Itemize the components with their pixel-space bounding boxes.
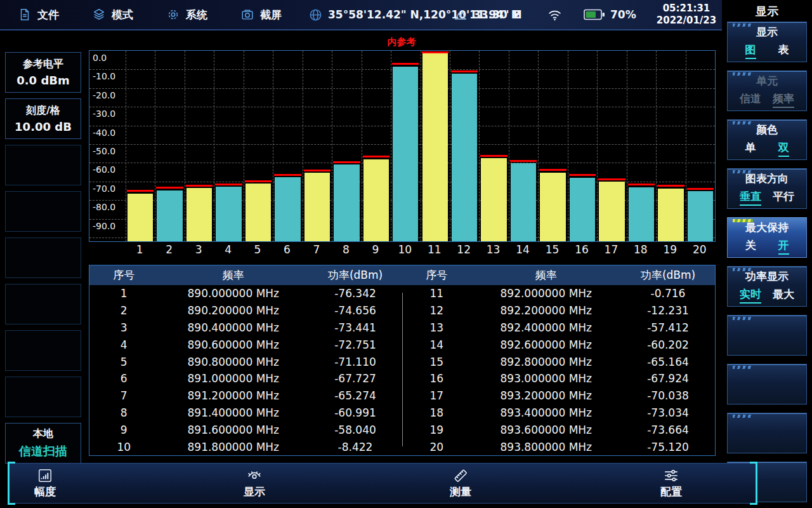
frequency-value: 892.000000 MHz [471, 285, 621, 302]
x-tick-label: 18 [627, 243, 655, 256]
y-tick-label: -50.0 [93, 146, 115, 156]
nav-配置[interactable]: 配置 [636, 464, 706, 503]
param-box-刻度/格[interactable]: 刻度/格10.00 dB [5, 98, 81, 139]
table-row: 8891.400000 MHz-60.991 [89, 404, 402, 422]
nav-幅度[interactable]: 幅度 [10, 464, 80, 503]
softkey-功率显示[interactable]: 功率显示实时最大 [727, 266, 807, 307]
channel-bar-9 [363, 159, 389, 241]
channel-power-table: 序号频率功率(dBm) 序号频率功率(dBm) 1890.000000 MHz-… [89, 265, 716, 456]
corner-stripes-decoration [733, 219, 753, 222]
table-row: 20893.800000 MHz-75.120 [402, 438, 715, 455]
max-hold-marker-18 [628, 184, 655, 185]
max-hold-marker-2 [156, 187, 183, 189]
v-gridline [126, 51, 126, 241]
altitude-icon [453, 7, 468, 22]
param-box-参考电平[interactable]: 参考电平0.0 dBm [5, 52, 81, 93]
softkey-显示[interactable]: 显示图表 [727, 22, 807, 62]
x-tick-label: 3 [185, 243, 213, 256]
softkey-options: 实时最大 [728, 287, 806, 304]
menu-文件[interactable]: 文件 [18, 8, 59, 22]
table-row: 3890.400000 MHz-73.441 [89, 319, 402, 337]
date-value: 2022/01/23 [655, 15, 718, 27]
x-tick-label: 1 [126, 243, 154, 256]
row-index: 19 [402, 421, 471, 438]
v-gridline [362, 51, 362, 241]
max-hold-marker-12 [451, 70, 478, 72]
v-gridline [656, 51, 657, 241]
table-body: 1890.000000 MHz-76.3422890.200000 MHz-74… [89, 285, 715, 455]
column-header: 频率 [158, 265, 308, 285]
max-hold-marker-5 [245, 180, 272, 182]
softkey-empty [727, 413, 807, 453]
channel-bar-3 [187, 188, 212, 241]
corner-stripes-decoration [733, 268, 753, 271]
row-index: 5 [89, 353, 158, 370]
power-value: -0.716 [621, 285, 715, 302]
layers-icon [92, 8, 106, 22]
option-单[interactable]: 单 [745, 140, 756, 157]
nav-显示[interactable]: 显示 [219, 464, 289, 503]
table-row: 17893.200000 MHz-70.038 [402, 387, 715, 404]
power-value: -57.412 [621, 319, 715, 337]
row-index: 20 [402, 438, 471, 455]
altitude-value: 33.30 M [473, 8, 522, 21]
table-row: 4890.600000 MHz-72.751 [89, 336, 402, 353]
option-最大[interactable]: 最大 [773, 287, 794, 304]
nav-测量[interactable]: 测量 [426, 464, 495, 503]
option-双[interactable]: 双 [778, 140, 789, 157]
max-hold-marker-11 [422, 51, 449, 53]
topbar-menus: 文件模式系统截屏 [18, 0, 282, 29]
table-row: 5890.800000 MHz-71.110 [89, 353, 402, 370]
row-index: 3 [89, 319, 158, 337]
softkey-empty [727, 315, 807, 356]
power-value: -58.040 [308, 421, 402, 438]
y-tick-label: -30.0 [93, 109, 115, 119]
row-index: 9 [89, 421, 158, 438]
power-value: -73.664 [621, 421, 715, 438]
nav-label: 测量 [450, 485, 471, 499]
softkey-颜色[interactable]: 颜色单双 [727, 119, 807, 160]
table-row: 1890.000000 MHz-76.342 [89, 285, 402, 302]
option-实时[interactable]: 实时 [740, 287, 761, 304]
softkey-options: 图表 [728, 43, 806, 59]
option-平行[interactable]: 平行 [773, 189, 794, 206]
menu-系统[interactable]: 系统 [166, 8, 207, 22]
row-index: 1 [89, 285, 158, 302]
x-tick-label: 17 [597, 243, 625, 256]
row-index: 18 [402, 404, 471, 422]
softkey-图表方向[interactable]: 图表方向垂直平行 [727, 168, 807, 209]
channel-bar-12 [452, 74, 477, 241]
max-hold-marker-3 [186, 185, 213, 187]
option-表[interactable]: 表 [778, 43, 789, 59]
option-开[interactable]: 开 [778, 238, 789, 255]
channel-bar-4 [216, 187, 241, 241]
option-图[interactable]: 图 [745, 43, 756, 59]
softkey-最大保持[interactable]: 最大保持关开 [727, 217, 807, 258]
power-value: -67.727 [308, 370, 402, 387]
channel-bar-17 [599, 182, 624, 241]
power-value: -65.164 [621, 353, 715, 370]
option-垂直[interactable]: 垂直 [740, 189, 761, 206]
x-tick-label: 12 [450, 243, 478, 256]
column-header: 序号 [402, 265, 471, 285]
corner-bracket-right [750, 462, 757, 505]
table-row: 19893.600000 MHz-73.664 [402, 421, 715, 438]
frequency-value: 893.200000 MHz [471, 387, 621, 404]
table-header: 序号频率功率(dBm) 序号频率功率(dBm) [89, 265, 715, 285]
param-box-本地[interactable]: 本地信道扫描 [5, 423, 81, 464]
power-value: -76.342 [308, 285, 402, 302]
param-title: 本地 [33, 427, 53, 441]
wifi-icon [547, 7, 563, 23]
max-hold-marker-13 [480, 155, 507, 157]
v-gridline [627, 51, 627, 241]
menu-模式[interactable]: 模式 [92, 8, 133, 22]
softkey-单元[interactable]: 单元信道频率 [727, 70, 807, 111]
table-row: 15892.800000 MHz-65.164 [402, 353, 715, 370]
option-关[interactable]: 关 [745, 238, 756, 255]
x-tick-label: 20 [686, 243, 714, 256]
v-gridline [450, 51, 450, 241]
row-index: 12 [402, 302, 471, 319]
option-频率[interactable]: 频率 [773, 91, 794, 108]
option-信道[interactable]: 信道 [740, 91, 761, 108]
menu-截屏[interactable]: 截屏 [240, 8, 282, 22]
